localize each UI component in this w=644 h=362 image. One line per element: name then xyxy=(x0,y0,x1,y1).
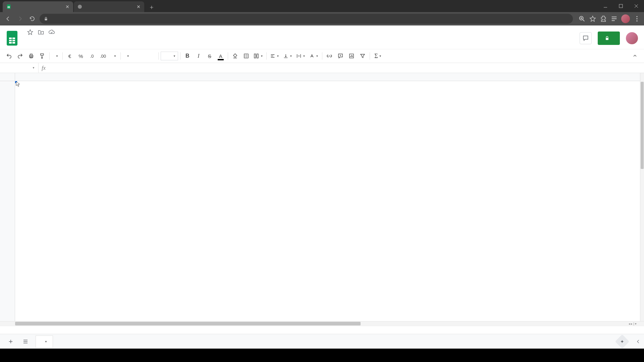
browser-tab[interactable] xyxy=(74,1,144,12)
strikethrough-button[interactable]: S xyxy=(205,51,215,61)
insert-chart-button[interactable] xyxy=(346,51,357,61)
horizontal-align-button[interactable] xyxy=(269,51,281,61)
select-all-corner[interactable] xyxy=(0,73,15,81)
currency-button[interactable]: € xyxy=(65,51,75,61)
account-avatar[interactable] xyxy=(626,32,638,44)
collapse-toolbar-button[interactable] xyxy=(630,51,640,61)
font-family-selector[interactable]: ▼ xyxy=(123,55,156,58)
zoom-selector[interactable]: ▼ xyxy=(52,55,60,58)
new-tab-button[interactable] xyxy=(147,3,156,12)
plus-icon xyxy=(149,5,154,10)
bold-button[interactable]: B xyxy=(182,51,193,61)
browser-tab-active[interactable] xyxy=(3,1,73,12)
side-panel-toggle[interactable] xyxy=(636,339,641,344)
svg-rect-16 xyxy=(606,38,608,40)
add-sheet-button[interactable] xyxy=(6,337,15,346)
name-box[interactable]: ▼ xyxy=(0,63,39,73)
cursor-icon xyxy=(15,81,21,87)
close-icon[interactable] xyxy=(136,4,141,9)
sheets-logo-icon[interactable] xyxy=(5,29,19,47)
horizontal-scrollbar[interactable]: ◂ ▸ | ▾ xyxy=(0,321,644,326)
browser-toolbar xyxy=(0,12,644,25)
undo-button[interactable] xyxy=(4,51,14,61)
reload-button[interactable] xyxy=(28,14,37,23)
text-rotation-button[interactable] xyxy=(308,51,320,61)
borders-button[interactable] xyxy=(241,51,251,61)
percent-button[interactable]: % xyxy=(76,51,86,61)
scroll-nav-buttons[interactable]: ◂ ▸ | ▾ xyxy=(626,321,639,326)
page-favicon-icon xyxy=(77,4,83,9)
formula-input[interactable] xyxy=(49,63,644,73)
profile-avatar[interactable] xyxy=(621,14,630,23)
lock-icon xyxy=(604,36,610,41)
all-sheets-button[interactable] xyxy=(21,337,30,346)
italic-button[interactable]: I xyxy=(194,51,204,61)
insert-link-button[interactable] xyxy=(324,51,334,61)
extensions-icon[interactable] xyxy=(600,15,607,22)
svg-point-4 xyxy=(78,5,82,9)
sheet-tabs-bar: ▼ ✦ xyxy=(0,334,644,349)
svg-rect-18 xyxy=(30,54,32,55)
vertical-align-button[interactable] xyxy=(282,51,294,61)
paint-format-button[interactable] xyxy=(37,51,47,61)
explore-button[interactable]: ✦ xyxy=(615,334,629,348)
reading-list-icon[interactable] xyxy=(610,15,618,22)
lock-icon xyxy=(44,16,48,21)
star-icon[interactable] xyxy=(27,29,34,36)
window-maximize-button[interactable] xyxy=(613,0,629,12)
sheets-favicon-icon xyxy=(6,4,11,9)
move-folder-icon[interactable] xyxy=(38,29,44,36)
comment-icon xyxy=(582,35,589,42)
spreadsheet-grid[interactable] xyxy=(0,73,644,321)
print-button[interactable] xyxy=(26,51,36,61)
formula-bar: ▼ fx xyxy=(0,63,644,73)
svg-rect-20 xyxy=(41,54,44,55)
comments-button[interactable] xyxy=(580,32,592,44)
vertical-scrollbar[interactable] xyxy=(640,73,644,321)
text-color-button[interactable]: A xyxy=(216,51,226,61)
zoom-icon[interactable] xyxy=(578,15,586,22)
decrease-decimal-button[interactable]: .0 xyxy=(87,51,97,61)
increase-decimal-button[interactable]: .00 xyxy=(98,51,108,61)
insert-comment-button[interactable] xyxy=(335,51,345,61)
fx-icon: fx xyxy=(39,65,49,71)
filter-button[interactable] xyxy=(358,51,368,61)
svg-rect-5 xyxy=(619,4,623,8)
window-close-button[interactable] xyxy=(629,0,644,12)
app-header xyxy=(0,25,644,47)
sheet-tab-active[interactable]: ▼ xyxy=(36,336,53,348)
toolbar: ▼ € % .0 .00 ▼ ▼ ▼ B I S A xyxy=(0,49,644,63)
svg-point-9 xyxy=(636,18,637,19)
fill-color-button[interactable] xyxy=(230,51,240,61)
disclaimer-bar xyxy=(0,326,644,334)
close-icon[interactable] xyxy=(65,4,70,9)
browser-tabstrip xyxy=(0,0,644,12)
font-size-selector[interactable]: ▼ xyxy=(161,52,178,60)
address-bar[interactable] xyxy=(40,14,573,24)
svg-rect-6 xyxy=(45,18,47,20)
window-minimize-button[interactable] xyxy=(598,0,613,12)
star-icon[interactable] xyxy=(589,15,596,22)
share-button[interactable] xyxy=(598,32,620,45)
svg-point-8 xyxy=(636,16,637,17)
merge-cells-button[interactable] xyxy=(252,51,264,61)
redo-button[interactable] xyxy=(15,51,25,61)
number-format-selector[interactable]: ▼ xyxy=(109,55,118,58)
functions-button[interactable]: Σ xyxy=(372,51,384,61)
svg-point-10 xyxy=(636,20,637,21)
text-wrap-button[interactable] xyxy=(295,51,307,61)
svg-rect-17 xyxy=(30,55,33,57)
cloud-check-icon[interactable] xyxy=(48,29,55,36)
forward-button[interactable] xyxy=(15,14,25,23)
menu-icon[interactable] xyxy=(633,15,641,22)
back-button[interactable] xyxy=(3,14,13,23)
